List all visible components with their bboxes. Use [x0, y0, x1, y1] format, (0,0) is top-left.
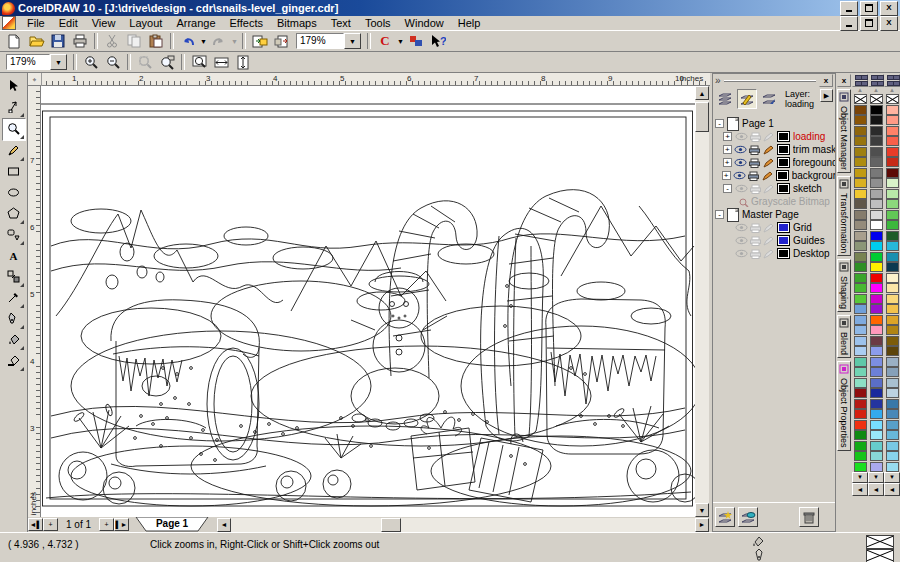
visibility-eye-icon[interactable]: [733, 171, 747, 180]
color-swatch[interactable]: [886, 231, 899, 241]
docker-tab-shaping[interactable]: Shaping: [837, 259, 851, 312]
palette-scroll-up[interactable]: ▲: [869, 87, 883, 94]
shape-tool[interactable]: [3, 97, 25, 118]
color-swatch[interactable]: [870, 357, 883, 367]
color-swatch[interactable]: [854, 336, 867, 346]
page-tab[interactable]: Page 1: [135, 517, 209, 532]
menu-layout[interactable]: Layout: [122, 16, 169, 30]
doc-minimize-button[interactable]: [840, 16, 858, 31]
rectangle-tool[interactable]: [3, 162, 25, 183]
tree-layer-row[interactable]: +foregound: [713, 156, 835, 169]
h-scroll-thumb[interactable]: [381, 518, 401, 532]
visibility-eye-icon[interactable]: [734, 236, 748, 245]
whats-this-help-button[interactable]: ?: [427, 31, 449, 51]
layer-name[interactable]: Grid: [793, 222, 812, 233]
visibility-eye-icon[interactable]: [734, 145, 748, 154]
color-swatch[interactable]: [886, 441, 899, 451]
fill-tool[interactable]: [3, 330, 25, 351]
color-swatch[interactable]: [870, 325, 883, 335]
delete-layer-button[interactable]: [799, 507, 819, 527]
import-button[interactable]: [249, 31, 271, 51]
color-swatch[interactable]: [870, 283, 883, 293]
color-swatch[interactable]: [870, 409, 883, 419]
horizontal-scrollbar[interactable]: ◄ ►: [217, 518, 709, 532]
scroll-right-button[interactable]: ►: [695, 518, 709, 532]
tree-layer-row[interactable]: +background: [713, 169, 835, 182]
corel-online-button[interactable]: [405, 31, 427, 51]
color-swatch[interactable]: [886, 241, 899, 251]
color-swatch[interactable]: [854, 252, 867, 262]
new-layer-button[interactable]: [715, 507, 735, 527]
docker-grab-handle[interactable]: »: [715, 75, 721, 86]
color-swatch[interactable]: [870, 273, 883, 283]
color-swatch[interactable]: [854, 283, 867, 293]
close-button[interactable]: X: [880, 1, 898, 16]
color-swatch[interactable]: [886, 399, 899, 409]
color-swatch[interactable]: [886, 367, 899, 377]
redo-dropdown[interactable]: ▼: [230, 32, 239, 50]
layer-expander[interactable]: -: [723, 184, 732, 193]
layer-color-swatch[interactable]: [777, 183, 790, 194]
layer-manager-view-button[interactable]: [759, 89, 779, 109]
printable-icon[interactable]: [747, 171, 761, 181]
color-swatch[interactable]: [854, 168, 867, 178]
color-swatch[interactable]: [854, 126, 867, 136]
color-swatch[interactable]: [854, 105, 867, 115]
color-swatch[interactable]: [870, 210, 883, 220]
tree-layer-row[interactable]: Grid: [713, 221, 835, 234]
palette-flyout-button[interactable]: ◄: [868, 483, 884, 496]
color-swatch[interactable]: [886, 304, 899, 314]
menu-help[interactable]: Help: [451, 16, 488, 30]
color-swatch[interactable]: [870, 304, 883, 314]
zoom-to-page-width-button[interactable]: [210, 52, 232, 72]
export-button[interactable]: [271, 31, 293, 51]
color-swatch[interactable]: [854, 346, 867, 356]
vertical-ruler[interactable]: 765432 inches: [28, 86, 41, 517]
printable-icon[interactable]: [748, 184, 762, 194]
save-button[interactable]: [47, 31, 69, 51]
zoom-tool[interactable]: [2, 118, 26, 141]
editable-pencil-icon[interactable]: [762, 145, 776, 155]
color-swatch[interactable]: [886, 283, 899, 293]
color-swatch[interactable]: [870, 252, 883, 262]
freehand-tool[interactable]: [3, 141, 25, 162]
tree-layer-row[interactable]: +loading: [713, 130, 835, 143]
visibility-eye-icon[interactable]: [734, 132, 748, 141]
doc-restore-button[interactable]: [860, 16, 878, 31]
editable-pencil-icon[interactable]: [762, 223, 776, 233]
color-swatch[interactable]: [870, 189, 883, 199]
color-swatch[interactable]: [854, 325, 867, 335]
minimize-button[interactable]: [840, 1, 858, 16]
layer-expander[interactable]: +: [723, 158, 732, 167]
add-page-before-button[interactable]: +: [43, 518, 58, 531]
color-swatch[interactable]: [886, 136, 899, 146]
first-page-button[interactable]: ◄▌: [28, 518, 43, 531]
color-swatch[interactable]: [854, 315, 867, 325]
color-swatch[interactable]: [854, 178, 867, 188]
color-swatch[interactable]: [854, 147, 867, 157]
editable-pencil-icon[interactable]: [762, 249, 776, 259]
redo-button[interactable]: [208, 31, 230, 51]
zoom-in-button[interactable]: [80, 52, 102, 72]
color-swatch[interactable]: [854, 441, 867, 451]
color-swatch[interactable]: [854, 115, 867, 125]
printable-icon[interactable]: [748, 158, 762, 168]
zoom-to-selection-button[interactable]: [134, 52, 156, 72]
color-swatch[interactable]: [854, 157, 867, 167]
color-swatch[interactable]: [886, 199, 899, 209]
tree-layer-row[interactable]: Desktop: [713, 247, 835, 260]
color-swatch[interactable]: [886, 378, 899, 388]
printable-icon[interactable]: [748, 223, 762, 233]
no-color-swatch[interactable]: [870, 94, 883, 104]
color-swatch[interactable]: [854, 430, 867, 440]
color-swatch[interactable]: [854, 273, 867, 283]
menu-text[interactable]: Text: [324, 16, 358, 30]
visibility-eye-icon[interactable]: [734, 184, 748, 193]
layer-name[interactable]: sketch: [793, 183, 822, 194]
edit-across-layers-button[interactable]: [737, 89, 757, 109]
palette-scroll-down[interactable]: ▼: [884, 472, 900, 483]
copy-button[interactable]: [123, 31, 145, 51]
color-swatch[interactable]: [886, 126, 899, 136]
ellipse-tool[interactable]: [3, 183, 25, 204]
color-swatch[interactable]: [886, 157, 899, 167]
